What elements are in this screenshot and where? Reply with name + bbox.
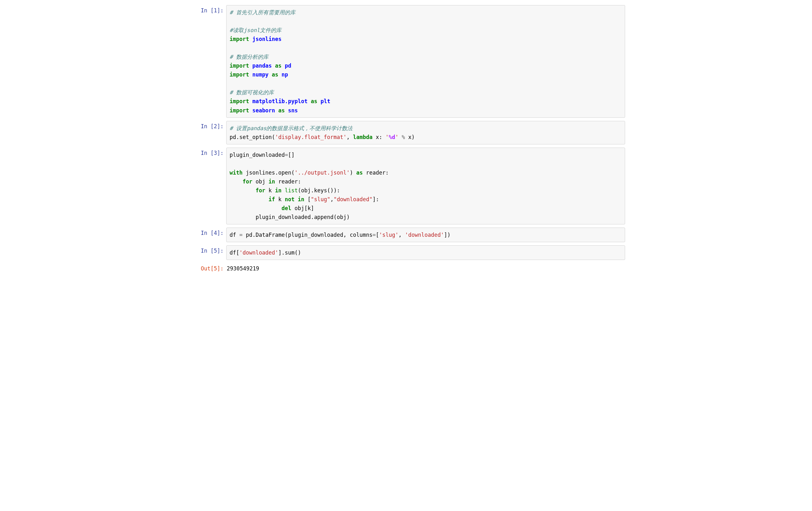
code-input-area[interactable]: # 设置pandas的数据显示格式，不使用科学计数法 pd.set_option… (226, 121, 625, 144)
code-input-area[interactable]: df = pd.DataFrame(plugin_downloaded, col… (226, 228, 625, 242)
code-cell: In [5]:df['downloaded'].sum() (187, 245, 625, 261)
code-cell: In [3]:plugin_downloaded=[] with jsonlin… (187, 147, 625, 225)
output-cell: Out[5]:2930549219 (187, 262, 625, 274)
output-area: 2930549219 (226, 263, 625, 273)
input-prompt: In [1]: (187, 5, 226, 13)
input-prompt: In [4]: (187, 228, 226, 236)
input-prompt: In [5]: (187, 245, 226, 254)
code-cell: In [2]:# 设置pandas的数据显示格式，不使用科学计数法 pd.set… (187, 120, 625, 145)
code-content: df = pd.DataFrame(plugin_downloaded, col… (230, 230, 621, 239)
code-content: # 设置pandas的数据显示格式，不使用科学计数法 pd.set_option… (230, 124, 621, 142)
input-prompt: In [2]: (187, 121, 226, 130)
code-input-area[interactable]: # 首先引入所有需要用的库 #读取jsonl文件的库 import jsonli… (226, 5, 625, 118)
input-prompt: In [3]: (187, 148, 226, 156)
output-text: 2930549219 (227, 265, 259, 272)
output-prompt: Out[5]: (187, 263, 226, 272)
code-content: df['downloaded'].sum() (230, 248, 621, 257)
code-input-area[interactable]: df['downloaded'].sum() (226, 245, 625, 260)
code-content: plugin_downloaded=[] with jsonlines.open… (230, 150, 621, 222)
code-content: # 首先引入所有需要用的库 #读取jsonl文件的库 import jsonli… (230, 8, 621, 115)
notebook: In [1]:# 首先引入所有需要用的库 #读取jsonl文件的库 import… (187, 0, 625, 288)
code-input-area[interactable]: plugin_downloaded=[] with jsonlines.open… (226, 148, 625, 224)
code-cell: In [4]:df = pd.DataFrame(plugin_download… (187, 227, 625, 243)
code-cell: In [1]:# 首先引入所有需要用的库 #读取jsonl文件的库 import… (187, 4, 625, 118)
